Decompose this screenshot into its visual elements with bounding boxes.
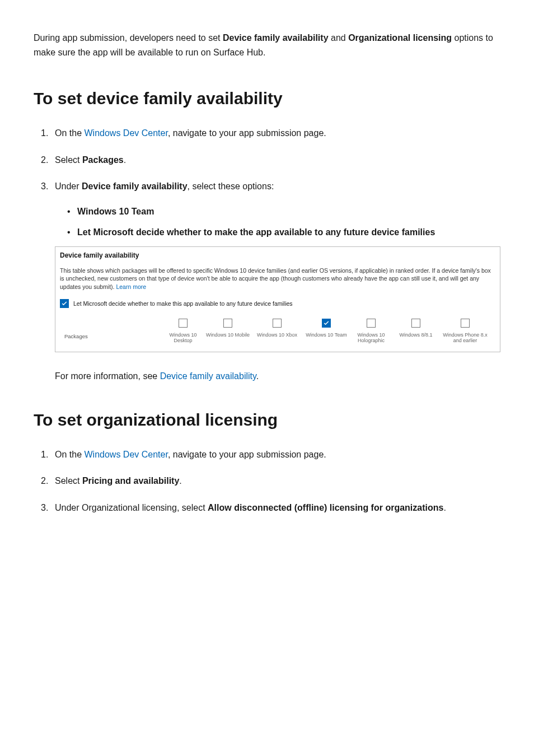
step2-prefix: Select — [55, 155, 82, 165]
step1-suffix: , navigate to your app submission page. — [168, 128, 326, 138]
bullet-let-microsoft-decide: Let Microsoft decide whether to make the… — [77, 225, 500, 241]
desktop-label: Windows 10 Desktop — [161, 332, 205, 344]
section2-step2: Select Pricing and availability. — [55, 474, 500, 488]
bullet-windows-10-team: Windows 10 Team — [77, 204, 500, 220]
step3: Under Device family availability, select… — [55, 179, 500, 383]
team-checkbox[interactable] — [322, 319, 331, 328]
followup-prefix: For more information, see — [55, 371, 160, 381]
future-families-label: Let Microsoft decide whether to make thi… — [73, 299, 293, 309]
wp8-label: Windows Phone 8.x and earlier — [438, 332, 492, 344]
s2-step3-suffix: . — [443, 503, 446, 512]
mobile-checkbox[interactable] — [223, 319, 232, 328]
followup-suffix: . — [256, 371, 259, 381]
step3-bold: Device family availability — [82, 181, 188, 191]
screenshot-description: This table shows which packages will be … — [60, 267, 495, 291]
holographic-checkbox-cell — [349, 319, 394, 328]
step3-suffix: , select these options: — [188, 181, 274, 191]
section2-step3: Under Organizational licensing, select A… — [55, 501, 500, 515]
mobile-checkbox-cell — [205, 319, 250, 328]
step2: Select Packages. — [55, 153, 500, 167]
device-labels-row: Windows 10 Desktop Windows 10 Mobile Win… — [60, 332, 495, 344]
xbox-label: Windows 10 Xbox — [250, 332, 304, 344]
wp8-checkbox-cell — [438, 319, 492, 328]
wp8-checkbox[interactable] — [461, 319, 470, 328]
xbox-checkbox-cell — [250, 319, 304, 328]
learn-more-link[interactable]: Learn more — [116, 283, 146, 290]
checkmark-icon — [61, 300, 68, 307]
intro-paragraph: During app submission, developers need t… — [34, 31, 500, 59]
future-families-checkbox[interactable] — [60, 299, 69, 308]
team-checkbox-cell — [304, 319, 349, 328]
s2-step2-bold: Pricing and availability — [82, 476, 179, 486]
step1-prefix: On the — [55, 128, 84, 138]
step2-suffix: . — [124, 155, 126, 165]
step3-prefix: Under — [55, 181, 82, 191]
s2-step3-bold: Allow disconnected (offline) licensing f… — [208, 503, 443, 512]
win8-label: Windows 8/8.1 — [394, 332, 438, 344]
device-family-screenshot: Device family availability This table sh… — [55, 246, 500, 353]
intro-text: During app submission, developers need t… — [34, 33, 223, 43]
windows-dev-center-link[interactable]: Windows Dev Center — [84, 128, 167, 138]
s2-step3-prefix: Under Organizational licensing, select — [55, 503, 208, 512]
intro-text2: and — [329, 33, 349, 43]
mobile-label: Windows 10 Mobile — [205, 332, 250, 344]
section2-steps: On the Windows Dev Center, navigate to y… — [34, 447, 500, 515]
step3-bullets: Windows 10 Team Let Microsoft decide whe… — [55, 204, 500, 241]
packages-row-label: Packages — [64, 332, 88, 340]
step2-bold: Packages — [82, 155, 124, 165]
win8-checkbox-cell — [394, 319, 438, 328]
intro-bold1: Device family availability — [223, 33, 329, 43]
holographic-checkbox[interactable] — [367, 319, 376, 328]
screenshot-title: Device family availability — [60, 250, 495, 261]
windows-dev-center-link-2[interactable]: Windows Dev Center — [84, 450, 167, 459]
checkmark-icon — [323, 320, 330, 326]
followup-text: For more information, see Device family … — [55, 369, 500, 384]
team-label: Windows 10 Team — [304, 332, 349, 344]
future-families-checkbox-row[interactable]: Let Microsoft decide whether to make thi… — [60, 299, 495, 309]
device-family-table: Windows 10 Desktop Windows 10 Mobile Win… — [60, 319, 495, 347]
desktop-checkbox[interactable] — [179, 319, 188, 328]
win8-checkbox[interactable] — [411, 319, 420, 328]
section1-steps: On the Windows Dev Center, navigate to y… — [34, 126, 500, 384]
s2-step1-prefix: On the — [55, 450, 84, 459]
step1: On the Windows Dev Center, navigate to y… — [55, 126, 500, 141]
section2-step1: On the Windows Dev Center, navigate to y… — [55, 447, 500, 462]
section2-heading: To set organizational licensing — [34, 409, 500, 431]
s2-step2-suffix: . — [179, 476, 181, 486]
desktop-checkbox-cell — [161, 319, 205, 328]
intro-bold2: Organizational licensing — [348, 33, 452, 43]
device-family-availability-link[interactable]: Device family availability — [160, 371, 256, 381]
s2-step1-suffix: , navigate to your app submission page. — [168, 450, 326, 459]
device-checkboxes-row — [60, 319, 495, 328]
xbox-checkbox[interactable] — [273, 319, 282, 328]
holographic-label: Windows 10 Holographic — [349, 332, 394, 344]
section1-heading: To set device family availability — [34, 87, 500, 109]
s2-step2-prefix: Select — [55, 476, 82, 486]
